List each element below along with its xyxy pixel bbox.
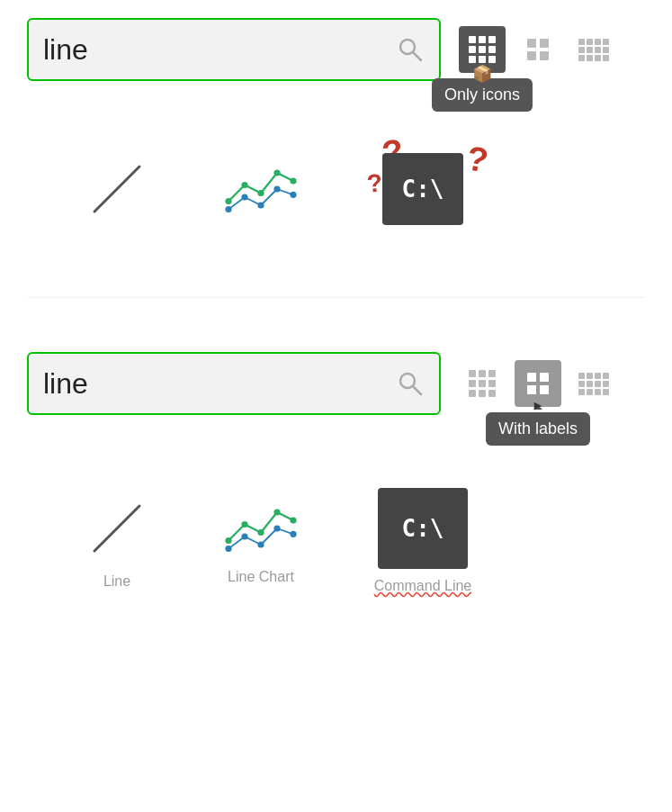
cmd-text-1: C:\ xyxy=(402,176,444,203)
view-btn-icons-only[interactable] xyxy=(459,26,506,73)
view-toggles-1: Only icons 📦 xyxy=(459,26,617,73)
line-svg-2 xyxy=(81,492,153,564)
view-btn-with-labels-1[interactable] xyxy=(515,26,561,73)
icon-cell-line-1[interactable] xyxy=(45,126,189,252)
svg-line-1 xyxy=(413,52,421,60)
cmd-box-1: C:\ xyxy=(382,153,463,225)
section-divider xyxy=(27,297,645,298)
grid-2x2-icon-1 xyxy=(527,39,549,60)
svg-point-7 xyxy=(290,192,296,198)
label-line: Line xyxy=(103,573,130,590)
icon-cell-cmd-1[interactable]: ? ? C:\ ? xyxy=(333,126,513,252)
view-btn-with-labels-2[interactable] xyxy=(515,360,561,407)
svg-point-20 xyxy=(290,531,296,537)
svg-point-24 xyxy=(273,509,280,515)
view-btn-4col-1[interactable] xyxy=(570,26,617,73)
search-icon-2 xyxy=(396,369,425,398)
view-toggles-2: With labels ► xyxy=(459,360,617,407)
svg-point-22 xyxy=(241,521,247,528)
search-icon-1 xyxy=(396,35,425,64)
svg-point-9 xyxy=(241,182,247,188)
svg-point-8 xyxy=(225,198,231,204)
search-row-1: line Only icons 📦 xyxy=(27,18,645,81)
svg-point-6 xyxy=(273,185,280,192)
icon-cell-line-chart-2[interactable]: Line Chart xyxy=(189,478,333,604)
grid-4col-icon-1 xyxy=(578,39,609,61)
svg-point-16 xyxy=(225,546,231,552)
search-input-1: line xyxy=(43,33,396,67)
svg-point-3 xyxy=(225,206,231,212)
view-btn-4col-2[interactable] xyxy=(570,360,617,407)
grid-2x2-icon-2 xyxy=(527,373,549,394)
section-1: line Only icons 📦 xyxy=(0,0,672,288)
icon-cell-line-2[interactable]: Line xyxy=(45,478,189,604)
svg-line-14 xyxy=(413,386,421,394)
q-mark-left: ? xyxy=(366,170,383,196)
cmd-area-1: ? ? C:\ ? xyxy=(342,126,504,252)
svg-point-10 xyxy=(257,190,264,196)
grid-3x3-icon-1 xyxy=(469,36,496,63)
label-command-line: Command Line xyxy=(374,578,472,594)
line-svg-1 xyxy=(81,153,153,225)
svg-point-17 xyxy=(241,533,247,539)
grid-4col-icon-2 xyxy=(578,373,609,395)
icon-cell-cmd-2[interactable]: C:\ Command Line xyxy=(333,478,513,604)
search-box-1[interactable]: line xyxy=(27,18,441,81)
icons-grid-2: Line Line Chart C:\ xyxy=(27,433,645,622)
svg-point-19 xyxy=(273,525,280,531)
svg-point-4 xyxy=(241,194,247,200)
icon-cell-line-chart-1[interactable] xyxy=(189,126,333,252)
svg-point-11 xyxy=(273,169,280,176)
q-mark-right: ? xyxy=(464,140,490,177)
svg-point-5 xyxy=(257,202,264,208)
svg-point-25 xyxy=(290,517,296,523)
section-2: line xyxy=(0,334,672,640)
line-chart-svg-1 xyxy=(220,158,301,221)
svg-line-2 xyxy=(94,167,139,212)
cmd-box-2: C:\ xyxy=(378,488,468,569)
view-btn-icons-only-2[interactable] xyxy=(459,360,506,407)
cmd-text-2: C:\ xyxy=(402,515,444,542)
search-input-2: line xyxy=(43,367,396,401)
svg-point-21 xyxy=(225,537,231,544)
line-chart-svg-2 xyxy=(220,497,301,560)
search-row-2: line xyxy=(27,352,645,415)
icons-grid-1: ? ? C:\ ? xyxy=(27,99,645,270)
grid-3x3-icon-2 xyxy=(469,370,496,397)
search-box-2[interactable]: line xyxy=(27,352,441,415)
svg-line-15 xyxy=(94,506,139,551)
svg-point-12 xyxy=(290,177,296,184)
svg-point-23 xyxy=(257,529,264,536)
label-line-chart: Line Chart xyxy=(228,569,294,585)
svg-point-18 xyxy=(257,541,264,547)
